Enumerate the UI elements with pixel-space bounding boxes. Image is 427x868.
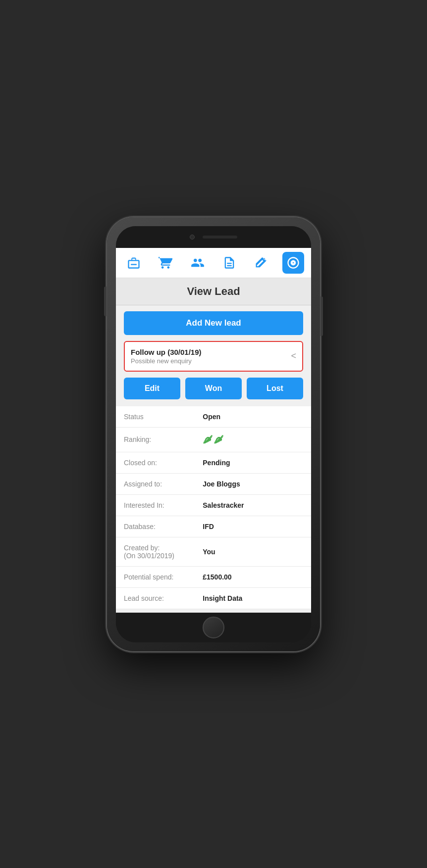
lead-card-title: Follow up (30/01/19) <box>131 348 202 356</box>
interested-in-label: Interested In: <box>124 501 203 509</box>
phone-device: View Lead Add New lead Follow up (30/01/… <box>107 217 320 651</box>
status-value: Open <box>203 413 303 421</box>
toolbar <box>116 248 311 278</box>
edit-button[interactable]: Edit <box>124 378 180 399</box>
basket-icon[interactable] <box>155 252 176 274</box>
created-by-row: Created by:(On 30/01/2019) You <box>116 537 311 567</box>
speaker-grille <box>203 236 237 239</box>
lost-button[interactable]: Lost <box>247 378 303 399</box>
target-icon[interactable] <box>282 252 304 274</box>
potential-spend-row: Potential spend: £1500.00 <box>116 567 311 588</box>
ranking-label: Ranking: <box>124 435 203 443</box>
database-row: Database: IFD <box>116 516 311 537</box>
won-button[interactable]: Won <box>185 378 242 399</box>
svg-rect-0 <box>131 264 137 265</box>
lead-source-label: Lead source: <box>124 594 203 602</box>
page-title: View Lead <box>187 285 240 297</box>
details-table: Status Open Ranking: 🌶 🌶 Closed on: Pend… <box>116 406 311 609</box>
camera-dot <box>190 235 195 240</box>
lead-card[interactable]: Follow up (30/01/19) Possible new enquir… <box>124 341 303 372</box>
lead-card-text: Follow up (30/01/19) Possible new enquir… <box>131 348 202 365</box>
database-value: IFD <box>203 523 303 530</box>
created-by-value: You <box>203 548 303 556</box>
assigned-to-label: Assigned to: <box>124 480 203 488</box>
status-row: Status Open <box>116 406 311 428</box>
database-label: Database: <box>124 523 203 530</box>
briefcase-icon[interactable] <box>123 252 145 274</box>
home-button[interactable] <box>203 617 224 638</box>
interested-in-value: Salestracker <box>203 501 303 509</box>
status-label: Status <box>124 413 203 421</box>
potential-spend-label: Potential spend: <box>124 573 203 581</box>
team-icon[interactable] <box>187 252 209 274</box>
lead-card-chevron: < <box>291 351 296 361</box>
assigned-to-value: Joe Bloggs <box>203 480 303 488</box>
interested-in-row: Interested In: Salestracker <box>116 495 311 516</box>
potential-spend-value: £1500.00 <box>203 573 303 581</box>
documents-icon[interactable] <box>218 252 240 274</box>
screen: View Lead Add New lead Follow up (30/01/… <box>116 248 311 613</box>
phone-top-bar <box>116 226 311 248</box>
created-by-label: Created by:(On 30/01/2019) <box>124 544 203 560</box>
chili-icon-1: 🌶 <box>203 434 213 445</box>
notes-icon[interactable] <box>250 252 272 274</box>
ranking-value: 🌶 🌶 <box>203 434 303 445</box>
lead-card-subtitle: Possible new enquiry <box>131 357 202 365</box>
action-buttons: Edit Won Lost <box>124 378 303 399</box>
closed-on-row: Closed on: Pending <box>116 452 311 474</box>
phone-bottom <box>116 613 311 642</box>
chili-icon-2: 🌶 <box>214 434 223 445</box>
closed-on-label: Closed on: <box>124 459 203 467</box>
ranking-row: Ranking: 🌶 🌶 <box>116 428 311 452</box>
page-title-bar: View Lead <box>116 278 311 305</box>
lead-source-row: Lead source: Insight Data <box>116 588 311 609</box>
closed-on-value: Pending <box>203 459 303 467</box>
ranking-icons: 🌶 🌶 <box>203 434 303 445</box>
add-new-lead-button[interactable]: Add New lead <box>124 311 303 335</box>
lead-source-value: Insight Data <box>203 594 303 602</box>
assigned-to-row: Assigned to: Joe Bloggs <box>116 474 311 495</box>
phone-inner: View Lead Add New lead Follow up (30/01/… <box>116 226 311 642</box>
